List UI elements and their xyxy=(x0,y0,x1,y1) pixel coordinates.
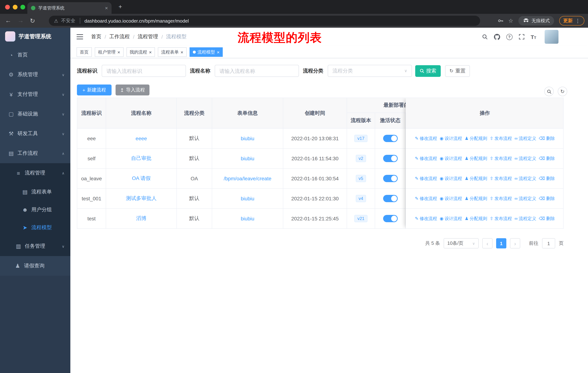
sidebar-item-leave-query[interactable]: ♟ 请假查询 xyxy=(0,256,70,276)
active-toggle[interactable] xyxy=(383,155,398,162)
breadcrumb-process-management[interactable]: 流程管理 xyxy=(138,33,158,40)
sidebar-item-user-group[interactable]: ☻ 用户分组 xyxy=(0,201,70,219)
next-page-button[interactable]: › xyxy=(510,238,520,248)
process-name-link[interactable]: 测试多审批人 xyxy=(126,195,157,202)
form-info-link[interactable]: biubiu xyxy=(241,196,254,202)
minimize-window-button[interactable] xyxy=(13,5,18,10)
process-category-select[interactable]: 流程分类 ∨ xyxy=(328,65,412,77)
delete-link[interactable]: ⌫删除 xyxy=(539,195,555,202)
publish-process-link[interactable]: ⇧发布流程 xyxy=(490,135,512,141)
assign-rule-link[interactable]: ♟分配规则 xyxy=(465,215,487,222)
close-icon[interactable]: × xyxy=(180,50,183,54)
current-page-button[interactable]: 1 xyxy=(496,238,506,248)
form-info-link[interactable]: biubiu xyxy=(241,156,254,161)
modify-process-link[interactable]: ✎修改流程 xyxy=(415,175,437,181)
assign-rule-link[interactable]: ♟分配规则 xyxy=(465,175,487,181)
active-toggle[interactable] xyxy=(383,135,398,142)
sidebar-item-process-form[interactable]: ▤ 流程表单 xyxy=(0,183,70,201)
close-icon[interactable]: × xyxy=(217,50,220,54)
process-name-link[interactable]: eeee xyxy=(136,135,147,141)
forward-icon[interactable]: → xyxy=(18,14,24,28)
goto-page-input[interactable] xyxy=(542,238,555,248)
close-icon[interactable]: × xyxy=(149,50,152,54)
publish-process-link[interactable]: ⇧发布流程 xyxy=(490,155,512,161)
github-icon[interactable] xyxy=(494,34,500,40)
process-name-link[interactable]: 自己审批 xyxy=(131,155,151,162)
zoom-window-button[interactable] xyxy=(21,5,25,10)
process-definition-link[interactable]: ∞流程定义 xyxy=(514,175,536,181)
process-name-link[interactable]: OA 请假 xyxy=(132,175,151,182)
active-toggle[interactable] xyxy=(383,175,398,182)
form-info-link[interactable]: biubiu xyxy=(241,135,254,141)
toggle-search-button[interactable] xyxy=(544,87,554,96)
delete-link[interactable]: ⌫删除 xyxy=(539,215,555,222)
design-process-link[interactable]: ◉设计流程 xyxy=(440,135,462,141)
process-name-link[interactable]: 滔博 xyxy=(136,215,146,222)
form-info-link[interactable]: biubiu xyxy=(241,216,254,222)
update-button[interactable]: 更新 ⋮ xyxy=(559,16,584,26)
close-window-button[interactable] xyxy=(5,5,10,10)
tab-home[interactable]: 首页 xyxy=(77,47,92,57)
reload-icon[interactable]: ↻ xyxy=(30,14,35,28)
bookmark-star-icon[interactable]: ☆ xyxy=(508,18,513,24)
delete-link[interactable]: ⌫删除 xyxy=(539,155,555,161)
form-info-link[interactable]: /bpm/oa/leave/create xyxy=(224,176,271,181)
process-name-input[interactable] xyxy=(215,65,299,77)
key-icon[interactable] xyxy=(497,18,503,24)
process-definition-link[interactable]: ∞流程定义 xyxy=(514,135,536,141)
active-toggle[interactable] xyxy=(383,195,398,202)
tab-process-form[interactable]: 流程表单 × xyxy=(158,47,187,57)
close-icon[interactable]: × xyxy=(117,50,120,54)
page-size-select[interactable]: 10条/页 ∨ xyxy=(444,238,479,248)
back-icon[interactable]: ← xyxy=(5,14,11,28)
sidebar-item-payment[interactable]: ¥ 支付管理 ∨ xyxy=(0,84,70,104)
sidebar-item-home[interactable]: ◔ 首页 xyxy=(0,45,70,65)
design-process-link[interactable]: ◉设计流程 xyxy=(440,195,462,202)
tab-my-process[interactable]: 我的流程 × xyxy=(126,47,155,57)
breadcrumb-home[interactable]: 首页 xyxy=(91,33,101,40)
modify-process-link[interactable]: ✎修改流程 xyxy=(415,155,437,161)
design-process-link[interactable]: ◉设计流程 xyxy=(440,175,462,181)
help-icon[interactable]: ? xyxy=(506,34,512,40)
sidebar-item-process-management[interactable]: ≡ 流程管理 ∧ xyxy=(0,163,70,183)
create-process-button[interactable]: + 新建流程 xyxy=(77,84,112,95)
assign-rule-link[interactable]: ♟分配规则 xyxy=(465,195,487,202)
sidebar-item-task-management[interactable]: ▥ 任务管理 ∨ xyxy=(0,236,70,256)
breadcrumb-workflow[interactable]: 工作流程 xyxy=(109,33,130,40)
reset-button[interactable]: ↻ 重置 xyxy=(445,65,470,77)
publish-process-link[interactable]: ⇧发布流程 xyxy=(490,215,512,222)
search-icon[interactable] xyxy=(482,34,488,40)
active-toggle[interactable] xyxy=(383,215,398,222)
design-process-link[interactable]: ◉设计流程 xyxy=(440,155,462,161)
tab-process-model[interactable]: 流程模型 × xyxy=(189,47,223,57)
delete-link[interactable]: ⌫删除 xyxy=(539,135,555,141)
address-bar[interactable]: ⚠ 不安全 dashboard.yudao.iocoder.cn/bpm/man… xyxy=(49,16,480,26)
assign-rule-link[interactable]: ♟分配规则 xyxy=(465,155,487,161)
sidebar-item-system[interactable]: ⚙ 系统管理 ∨ xyxy=(0,65,70,84)
modify-process-link[interactable]: ✎修改流程 xyxy=(415,195,437,202)
tab-close-icon[interactable]: × xyxy=(105,5,108,10)
sidebar-item-infrastructure[interactable]: ▢ 基础设施 ∨ xyxy=(0,104,70,124)
refresh-table-button[interactable]: ↻ xyxy=(558,87,567,96)
import-process-button[interactable]: ↥ 导入流程 xyxy=(116,84,149,95)
sidebar-item-devtools[interactable]: ⚒ 研发工具 ∨ xyxy=(0,124,70,143)
hamburger-icon[interactable] xyxy=(77,34,83,40)
menu-dots-icon[interactable]: ⋮ xyxy=(575,18,580,24)
prev-page-button[interactable]: ‹ xyxy=(482,238,493,248)
sidebar-item-process-model[interactable]: ➤ 流程模型 xyxy=(0,219,70,236)
browser-tab[interactable]: 芋道管理系统 × xyxy=(27,2,112,14)
assign-rule-link[interactable]: ♟分配规则 xyxy=(465,135,487,141)
process-definition-link[interactable]: ∞流程定义 xyxy=(514,195,536,202)
tab-tenant[interactable]: 租户管理 × xyxy=(95,47,123,57)
fullscreen-icon[interactable] xyxy=(519,34,524,40)
process-definition-link[interactable]: ∞流程定义 xyxy=(514,155,536,161)
font-size-icon[interactable]: TT xyxy=(531,34,536,40)
process-definition-link[interactable]: ∞流程定义 xyxy=(514,215,536,222)
publish-process-link[interactable]: ⇧发布流程 xyxy=(490,195,512,202)
modify-process-link[interactable]: ✎修改流程 xyxy=(415,135,437,141)
search-button[interactable]: 搜索 xyxy=(415,65,441,77)
process-id-input[interactable] xyxy=(102,65,186,77)
avatar[interactable] xyxy=(545,30,558,44)
delete-link[interactable]: ⌫删除 xyxy=(539,175,555,181)
new-tab-button[interactable]: + xyxy=(117,3,124,10)
